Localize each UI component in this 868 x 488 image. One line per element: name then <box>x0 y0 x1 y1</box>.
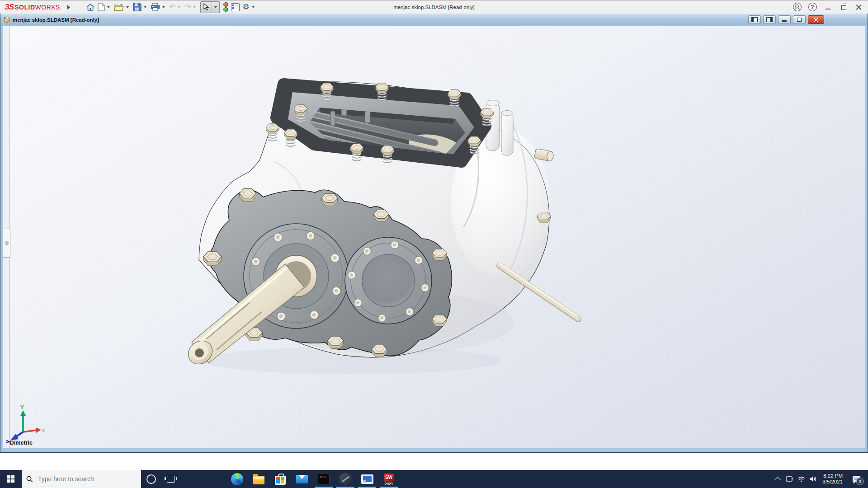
doc-minimize-icon <box>782 20 787 22</box>
file-explorer-icon <box>253 476 264 484</box>
taskbar-hexagon-app[interactable] <box>335 470 356 488</box>
pane-right-button[interactable] <box>763 15 776 24</box>
taskbar-mail[interactable] <box>291 470 313 488</box>
screen: ЗS SOLID WORKS <box>0 0 868 488</box>
menu-expand-arrow-icon[interactable] <box>67 5 70 9</box>
solidworks-logo-mark: ЗS <box>5 3 14 12</box>
home-icon <box>86 3 95 11</box>
taskbar-clock[interactable]: 8:22 PM 3/5/2021 <box>819 473 847 485</box>
window-controls: ? <box>790 0 865 14</box>
print-dropdown-arrow-icon[interactable] <box>162 6 165 8</box>
taskbar-media-player[interactable] <box>356 470 378 488</box>
new-dropdown-arrow-icon[interactable] <box>107 6 110 8</box>
open-button[interactable] <box>113 2 125 13</box>
task-view-button[interactable] <box>161 470 181 488</box>
undo-dropdown-arrow-icon[interactable] <box>178 6 180 8</box>
tablet-icon <box>786 476 793 482</box>
network-button[interactable] <box>795 470 807 488</box>
graphics-viewport[interactable]: Y x z *Dimetric <box>3 26 865 448</box>
taskbar-solidworks[interactable]: SW 2021 <box>378 470 400 488</box>
taskbar-edge[interactable] <box>226 470 248 488</box>
user-account-icon <box>793 3 802 11</box>
pane-left-button[interactable] <box>748 15 761 24</box>
select-tool-button[interactable] <box>201 2 212 13</box>
media-player-icon <box>361 474 373 484</box>
start-button[interactable] <box>0 470 22 488</box>
new-document-button[interactable] <box>96 2 106 13</box>
clock-date: 3/5/2021 <box>822 479 843 485</box>
select-dropdown-button[interactable] <box>212 2 219 13</box>
minimize-icon <box>826 9 830 9</box>
select-cursor-icon <box>203 3 209 11</box>
options-button[interactable]: ⚙ <box>241 2 250 13</box>
clock-time: 8:22 PM <box>822 473 843 479</box>
tablet-mode-button[interactable] <box>783 470 795 488</box>
cortana-icon <box>146 474 156 484</box>
doc-close-button[interactable] <box>808 15 824 24</box>
save-button[interactable] <box>132 2 143 13</box>
taskbar-store[interactable] <box>269 470 291 488</box>
panel-splitter-tab[interactable] <box>3 229 10 258</box>
status-strip <box>0 453 868 470</box>
open-folder-icon <box>114 3 124 11</box>
minimize-button[interactable] <box>821 1 835 13</box>
undo-button[interactable]: ↶ <box>168 2 177 13</box>
solidworks-logo: ЗS SOLID WORKS <box>5 3 60 12</box>
close-button[interactable] <box>852 1 865 13</box>
taskbar: C:\ SW 2021 <box>0 470 868 488</box>
app-titlebar: ЗS SOLID WORKS <box>0 0 868 14</box>
solidworks-cube-icon: SW <box>384 474 394 482</box>
cortana-button[interactable] <box>141 470 161 488</box>
save-dropdown-arrow-icon[interactable] <box>144 6 146 8</box>
doc-minimize-button[interactable] <box>778 15 791 24</box>
notification-badge: 3 <box>856 478 864 485</box>
file-properties-button[interactable] <box>230 2 241 13</box>
taskbar-spacer <box>181 470 226 488</box>
file-properties-icon <box>231 3 240 11</box>
side-bearing-cover[interactable] <box>345 237 432 324</box>
reference-triad[interactable]: Y x z <box>5 401 47 445</box>
tray-expand-button[interactable] <box>772 470 783 488</box>
app-title: menjac sklop.SLDASM [Read-only] <box>393 5 475 10</box>
help-button[interactable]: ? <box>806 1 819 13</box>
gearbox-3d-model[interactable] <box>3 26 865 448</box>
account-button[interactable] <box>790 1 804 13</box>
home-button[interactable] <box>85 2 96 13</box>
doc-restore-button[interactable] <box>793 15 806 24</box>
new-document-icon <box>98 3 105 11</box>
splitter-grip-icon <box>5 241 9 245</box>
search-input[interactable] <box>37 475 120 483</box>
print-button[interactable] <box>149 2 161 13</box>
gearbox-assembly[interactable] <box>184 82 578 374</box>
chevron-up-icon <box>774 477 781 483</box>
windows-logo-icon <box>7 475 14 483</box>
close-icon <box>856 4 862 10</box>
options-dropdown-arrow-icon[interactable] <box>252 6 255 8</box>
document-titlebar[interactable]: menjac sklop.SLDASM [Read-only] <box>0 14 868 26</box>
taskbar-search[interactable] <box>22 470 141 488</box>
hexagon-app-icon <box>340 473 352 486</box>
redo-button[interactable]: ↷ <box>183 2 192 13</box>
quick-access-toolbar: ↶ ↷ ⚙ <box>85 1 257 13</box>
restore-button[interactable] <box>836 1 850 13</box>
store-icon <box>275 476 286 485</box>
pane-right-icon <box>766 17 773 22</box>
taskbar-file-explorer[interactable] <box>248 470 269 488</box>
redo-dropdown-arrow-icon[interactable] <box>193 6 196 8</box>
save-icon <box>133 3 142 11</box>
document-window-controls <box>748 15 824 24</box>
action-center-button[interactable]: 3 <box>847 470 865 488</box>
solidworks-year-label: 2021 <box>385 482 393 486</box>
restore-icon <box>841 5 846 10</box>
open-dropdown-arrow-icon[interactable] <box>126 6 129 8</box>
mail-icon <box>296 475 308 483</box>
taskbar-command-prompt[interactable]: C:\ <box>313 470 335 488</box>
rebuild-button[interactable] <box>222 2 230 13</box>
edge-icon <box>231 473 243 485</box>
speaker-icon <box>809 476 817 482</box>
rebuild-traffic-light-icon <box>223 2 228 12</box>
document-title: menjac sklop.SLDASM [Read-only] <box>13 17 99 23</box>
solidworks-app-icon: SW 2021 <box>384 474 394 486</box>
select-tool-active <box>200 1 220 13</box>
volume-button[interactable] <box>807 470 819 488</box>
